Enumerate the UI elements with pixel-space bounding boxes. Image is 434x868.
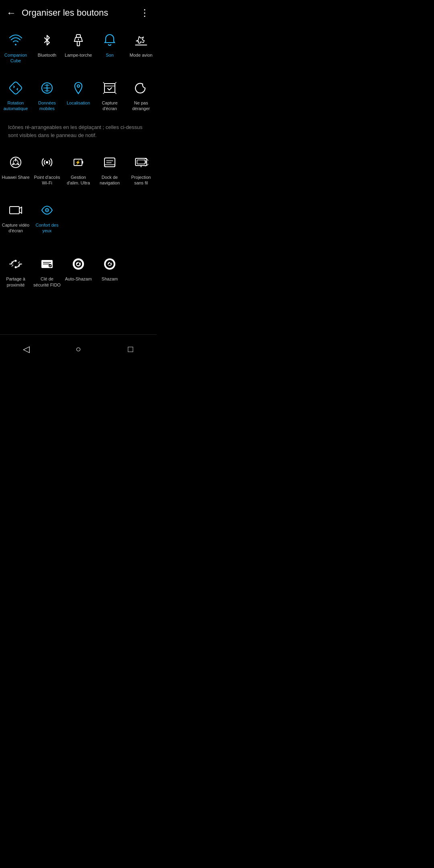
grid-item-hotspot[interactable]: Point d'accès Wi-Fi [31,149,63,190]
rotation-icon [7,79,25,97]
grid-item-mode-avion[interactable]: Mode avion [125,27,157,68]
grid-item-auto-shazam[interactable]: Auto-Shazam [63,250,94,292]
header-left: ← Organiser les boutons [6,7,108,18]
bluetooth-icon [38,31,56,49]
grid-item-projection-sans-fil[interactable]: Projection sans fil [125,149,157,190]
svg-text:↑↓: ↑↓ [45,86,49,90]
mode-avion-label: Mode avion [130,52,153,58]
gestion-alim-label: Gestion d'alim. Ultra [64,174,92,186]
huawei-share-label: Huawei Share [2,174,29,180]
companion-cube-label: Companion Cube [2,52,30,64]
svg-line-19 [14,163,15,164]
screen-record-icon [7,201,25,219]
svg-rect-23 [82,161,83,164]
grid-item-dock-navigation[interactable]: Dock de navigation [94,149,125,190]
son-label: Son [106,52,114,58]
nav-back-button[interactable]: ◁ [19,342,33,356]
eye-icon [38,201,56,219]
svg-point-17 [18,164,19,165]
hotspot-label: Point d'accès Wi-Fi [33,174,61,186]
grid-item-ne-pas-deranger[interactable]: Ne pas déranger [125,74,157,116]
grid-item-confort-yeux[interactable]: Confort des yeux [31,197,63,238]
back-button[interactable]: ← [6,7,16,18]
svg-text:⚡: ⚡ [75,160,81,165]
svg-point-36 [15,260,17,262]
bluetooth-label: Bluetooth [38,52,56,58]
grid-item-fido[interactable]: Clé de sécurité FIDO [31,250,63,292]
navigation-bar: ◁ ○ □ [0,334,157,360]
projection-sans-fil-label: Projection sans fil [127,174,155,186]
nearby-share-icon [7,255,25,273]
third-grid: Huawei Share Point d'accès Wi-Fi ⚡ Gesti… [0,145,157,192]
page-title: Organiser les boutons [22,8,108,18]
grid-item-shazam[interactable]: Shazam [94,250,125,292]
svg-rect-26 [104,165,115,167]
huawei-share-icon [7,154,25,171]
grid-item-gestion-alim[interactable]: ⚡ Gestion d'alim. Ultra [63,149,94,190]
partage-proximite-label: Partage à proximité [2,276,30,288]
grid-item-rotation[interactable]: Rotation automatique [0,74,31,116]
auto-shazam-icon [70,255,87,273]
grid-item-partage-proximite[interactable]: Partage à proximité [0,250,31,292]
airplane-icon [132,31,150,49]
more-options-button[interactable]: ⋮ [140,7,150,18]
svg-rect-30 [137,160,145,164]
svg-point-15 [15,158,16,160]
svg-point-21 [46,161,48,164]
svg-point-37 [15,266,17,268]
svg-line-39 [18,262,20,263]
capture-ecran-label: Capture d'écran [96,100,124,112]
battery-ultra-icon: ⚡ [70,154,87,171]
svg-point-35 [47,209,48,211]
grid-item-lampe-torche[interactable]: Lampe-torche [63,27,94,68]
flashlight-icon [70,31,87,49]
header: ← Organiser les boutons ⋮ [0,0,157,23]
location-icon [70,79,87,97]
svg-line-40 [12,265,13,266]
grid-item-bluetooth[interactable]: Bluetooth [31,27,63,68]
grid-item-huawei-share[interactable]: Huawei Share [0,149,31,190]
projection-icon [132,154,150,171]
grid-item-localisation[interactable]: Localisation [63,74,94,116]
fourth-grid: Capture vidéo d'écran Confort des yeux [0,192,157,240]
svg-rect-11 [104,84,115,92]
fido-icon [38,255,56,273]
hotspot-icon [38,154,56,171]
moon-icon [132,79,150,97]
grid-item-donnees-mobiles[interactable]: ↑↓ Données mobiles [31,74,63,116]
grid-item-son[interactable]: Son [94,27,125,68]
svg-rect-3 [9,81,23,95]
lampe-torche-label: Lampe-torche [65,52,92,58]
shazam-icon [101,255,119,273]
ne-pas-deranger-label: Ne pas déranger [127,100,155,112]
svg-rect-33 [10,207,19,214]
auto-shazam-label: Auto-Shazam [65,276,92,282]
confort-yeux-label: Confort des yeux [33,222,61,234]
localisation-label: Localisation [67,100,90,106]
dock-navigation-label: Dock de navigation [96,174,124,186]
divider-text: Icônes ré-arrangeables en les déplaçant … [8,124,143,138]
donnees-mobiles-label: Données mobiles [33,100,61,112]
grid-item-capture-video[interactable]: Capture vidéo d'écran [0,197,31,238]
screenshot-icon [101,79,119,97]
svg-point-16 [12,164,14,165]
wifi-icon [7,31,25,49]
shazam-label: Shazam [102,276,118,282]
svg-line-20 [16,163,18,164]
mobile-data-icon: ↑↓ [38,79,56,97]
svg-rect-0 [76,35,80,37]
bell-icon [101,31,119,49]
grid-item-capture-ecran[interactable]: Capture d'écran [94,74,125,116]
svg-point-10 [77,85,80,87]
grid-item-companion-cube[interactable]: Companion Cube [0,27,31,68]
capture-video-label: Capture vidéo d'écran [2,222,30,234]
svg-rect-1 [77,41,80,46]
fido-label: Clé de sécurité FIDO [33,276,61,288]
nav-home-button[interactable]: ○ [71,342,86,356]
dock-icon [101,154,119,171]
svg-rect-25 [104,158,115,167]
fifth-grid: Partage à proximité Clé de sécurité FIDO [0,246,157,294]
nav-recent-button[interactable]: □ [123,342,138,356]
top-grid: Companion Cube Bluetooth Lampe-torche [0,23,157,70]
divider-section: Icônes ré-arrangeables en les déplaçant … [0,118,157,145]
